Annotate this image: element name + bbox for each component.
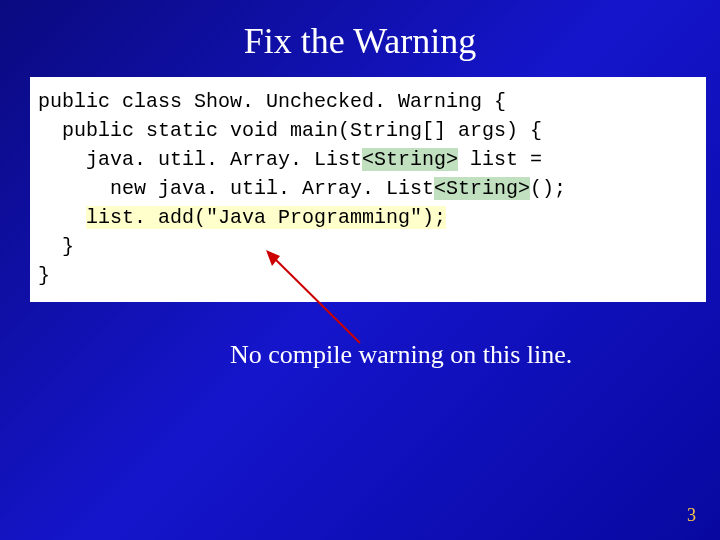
page-number: 3 [687, 505, 696, 526]
code-line-7: } [38, 261, 698, 290]
code-line-5: list. add("Java Programming"); [38, 203, 698, 232]
code-line-1: public class Show. Unchecked. Warning { [38, 87, 698, 116]
code-line-6: } [38, 232, 698, 261]
generic-highlight-2: <String> [434, 177, 530, 200]
code-block: public class Show. Unchecked. Warning { … [30, 77, 706, 302]
code-line-3: java. util. Array. List<String> list = [38, 145, 698, 174]
slide-title: Fix the Warning [0, 0, 720, 77]
code-line-2: public static void main(String[] args) { [38, 116, 698, 145]
code-line-4: new java. util. Array. List<String>(); [38, 174, 698, 203]
caption-text: No compile warning on this line. [230, 340, 572, 370]
add-call-highlight: list. add("Java Programming"); [86, 206, 446, 229]
generic-highlight-1: <String> [362, 148, 458, 171]
